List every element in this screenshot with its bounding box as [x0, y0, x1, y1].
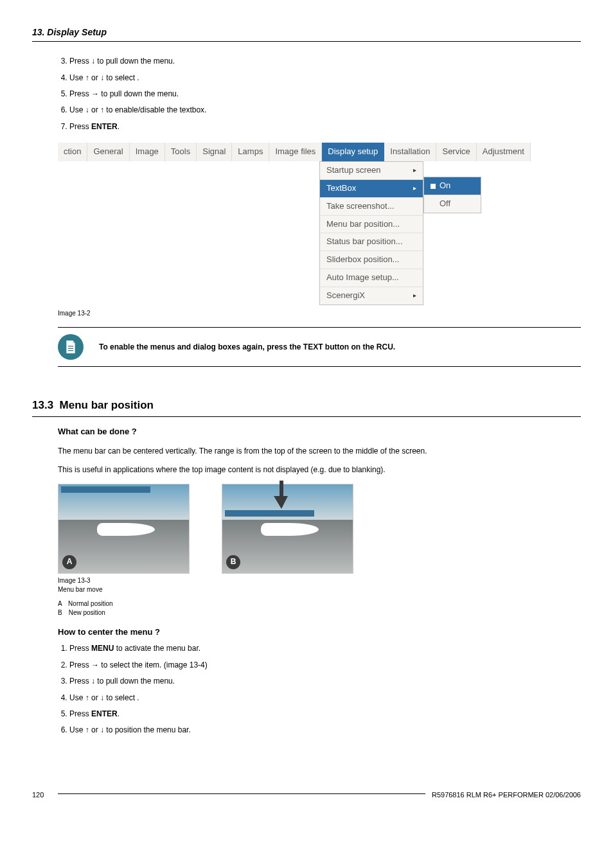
dropdown-item-label: Take screenshot... — [326, 200, 395, 213]
submenu-item-label: On — [440, 180, 450, 192]
legend-row: A Normal position — [58, 599, 581, 608]
step-bold: ENTER — [91, 709, 118, 718]
dropdown-item[interactable]: Startup screen▸ — [320, 162, 423, 180]
step-5: Press → to pull down the menu. — [69, 89, 581, 100]
step-text: Use ↑ or ↓ to select . — [69, 73, 139, 82]
menubar-tab[interactable]: General — [87, 143, 129, 161]
step-3: Press ↓ to pull down the menu. — [69, 56, 581, 67]
illustration-a: A — [58, 484, 190, 574]
menubar-tab[interactable]: Adjustment — [477, 143, 531, 161]
dropdown-item-label: Auto Image setup... — [326, 272, 399, 284]
what-p2: This is useful in applications where the… — [58, 465, 581, 475]
menubar-tab[interactable]: ction — [58, 143, 87, 161]
step-suffix: to activate the menu bar. — [114, 644, 200, 653]
dropdown-item-label: TextBox — [326, 182, 356, 195]
menubar-tab[interactable]: Tools — [165, 143, 197, 161]
menubar: ctionGeneralImageToolsSignalLampsImage f… — [58, 143, 581, 161]
steps-top-list: Press ↓ to pull down the menu. Use ↑ or … — [58, 56, 581, 132]
step-prefix: Press — [69, 122, 91, 131]
square-marker-icon — [431, 184, 436, 189]
illus-caption: Image 13-3 Menu bar move — [58, 576, 581, 594]
note-icon — [58, 334, 84, 360]
how-head: How to center the menu ? — [58, 626, 581, 639]
page-footer: 120 R5976816 RLM R6+ PERFORMER 02/06/200… — [32, 788, 581, 801]
submenu: OnOff — [423, 177, 481, 213]
section-heading: 13.3 Menu bar position — [32, 398, 581, 417]
submenu-item-label: Off — [440, 198, 450, 210]
menubar-tab[interactable]: Installation — [384, 143, 436, 161]
note-block: To enable the menus and dialog boxes aga… — [58, 327, 581, 367]
step-6: Use ↓ or ↑ to enable/disable the textbox… — [69, 105, 581, 116]
menubar-tab[interactable]: Image — [130, 143, 165, 161]
chevron-right-icon: ▸ — [413, 184, 416, 193]
step-text: Press → to pull down the menu. — [69, 89, 179, 98]
chevron-right-icon: ▸ — [413, 291, 416, 301]
what-p1: The menu bar can be centered vertically.… — [58, 446, 581, 457]
image-caption-13-2: Image 13-2 — [58, 309, 581, 319]
step-text: Press MENU to activate the menu bar. — [69, 644, 200, 653]
step-prefix: Press — [69, 644, 91, 653]
menubar-tab[interactable]: Image files — [269, 143, 322, 161]
how-steps-list: Press MENU to activate the menu bar.Pres… — [58, 643, 581, 736]
chip-a: A — [62, 555, 76, 569]
dropdown-wrap: Startup screen▸TextBox▸Take screenshot..… — [319, 161, 581, 305]
dropdown-item[interactable]: Auto Image setup... — [320, 269, 423, 287]
dropdown-item[interactable]: Sliderbox position... — [320, 251, 423, 269]
step-4: Use ↑ or ↓ to select . — [69, 73, 581, 84]
dropdown-item-label: Sliderbox position... — [326, 254, 399, 266]
menubar-tab[interactable]: Service — [436, 143, 476, 161]
dropdown-item-label: ScenergiX — [326, 290, 365, 302]
submenu-item[interactable]: Off — [424, 195, 481, 213]
step-text: Use ↓ or ↑ to enable/disable the textbox… — [69, 105, 206, 114]
arrow-down-icon — [274, 481, 289, 509]
step-suffix: . — [118, 709, 120, 718]
step-text: Press ↓ to pull down the menu. — [69, 677, 175, 686]
mini-menubar — [225, 510, 314, 517]
how-step: Press ↓ to pull down the menu. — [69, 676, 581, 687]
dropdown-item[interactable]: ScenergiX▸ — [320, 287, 423, 305]
how-step: Use ↑ or ↓ to select . — [69, 693, 581, 704]
dropdown-item[interactable]: Status bar position... — [320, 233, 423, 251]
how-step: Press → to select the item. (image 13-4) — [69, 660, 581, 671]
step-bold: MENU — [91, 644, 114, 653]
page-number: 120 — [32, 790, 50, 801]
dropdown-menu: Startup screen▸TextBox▸Take screenshot..… — [319, 161, 423, 305]
doc-id: R5976816 RLM R6+ PERFORMER 02/06/2006 — [425, 790, 581, 801]
menubar-tab[interactable]: Display setup — [322, 143, 384, 161]
how-step: Press MENU to activate the menu bar. — [69, 643, 581, 654]
plane-icon — [261, 523, 319, 536]
dropdown-item[interactable]: TextBox▸ — [320, 180, 423, 198]
illustration-b: B — [222, 484, 353, 574]
step-7: Press ENTER. — [69, 121, 581, 132]
menu-screenshot: ctionGeneralImageToolsSignalLampsImage f… — [58, 143, 581, 305]
step-text: Press ENTER. — [69, 709, 120, 718]
chevron-right-icon: ▸ — [413, 166, 416, 175]
page-header: 13. Display Setup — [32, 26, 581, 42]
dropdown-item-label: Status bar position... — [326, 236, 403, 248]
step-text: Use ↑ or ↓ to position the menu bar. — [69, 725, 191, 734]
caption-line-2: Menu bar move — [58, 585, 581, 594]
dropdown-item[interactable]: Menu bar position... — [320, 216, 423, 234]
top-steps-block: Press ↓ to pull down the menu. Use ↑ or … — [58, 56, 581, 318]
menubar-tab[interactable]: Signal — [197, 143, 232, 161]
section-number: 13.3 — [32, 399, 53, 411]
illustration-row: A B — [58, 484, 581, 574]
dropdown-item-label: Startup screen — [326, 164, 381, 177]
menubar-tab[interactable]: Lamps — [232, 143, 269, 161]
section-title: Menu bar position — [60, 399, 154, 411]
submenu-item[interactable]: On — [424, 177, 481, 195]
what-can-be-done-head: What can be done ? — [58, 426, 581, 438]
step-bold: ENTER — [91, 122, 118, 131]
step-text: Use ↑ or ↓ to select . — [69, 693, 139, 702]
step-suffix: . — [118, 122, 120, 131]
how-step: Press ENTER. — [69, 709, 581, 720]
chip-b: B — [226, 555, 240, 569]
dropdown-item[interactable]: Take screenshot... — [320, 198, 423, 216]
mini-menubar — [61, 486, 150, 493]
plane-icon — [97, 523, 155, 536]
how-step: Use ↑ or ↓ to position the menu bar. — [69, 725, 581, 736]
section-body: What can be done ? The menu bar can be c… — [58, 426, 581, 736]
legend-row: B New position — [58, 608, 581, 617]
step-text: Press ENTER. — [69, 122, 120, 131]
step-text: Press ↓ to pull down the menu. — [69, 57, 175, 66]
